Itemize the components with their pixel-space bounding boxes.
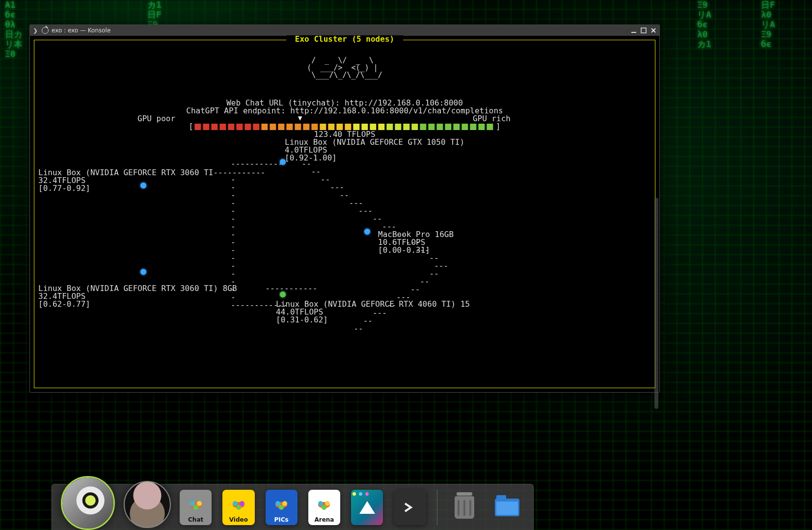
dock-item-label: PICs [274, 516, 289, 523]
svg-point-6 [193, 505, 198, 510]
topology-ring: ----------- -- -- - -- - --- - -- - --- … [133, 160, 407, 327]
window-title: exo : exo — Konsole [52, 27, 110, 34]
svg-point-15 [322, 505, 326, 510]
gpu-scale-marker-icon: ▼ [298, 114, 302, 122]
dock-item-label: Arena [314, 516, 334, 523]
matrix-glyph-column: 日F Ξ9 リA бє λ0 カ1 [697, 0, 711, 49]
gpu-scale-labels: GPU poor GPU rich [137, 115, 511, 123]
svg-point-11 [282, 501, 287, 506]
dock-avatar-user[interactable] [124, 481, 171, 528]
svg-point-9 [236, 505, 241, 510]
dock-item-label: Chat [188, 516, 203, 523]
node-dot-active [280, 292, 286, 297]
prompt-icon [400, 498, 420, 517]
svg-rect-0 [631, 32, 636, 33]
cluster-frame-title: Exo Cluster (5 nodes) [286, 35, 403, 43]
node-dot [140, 183, 146, 188]
dock-item-chat[interactable]: Chat [180, 490, 212, 525]
dock-item-files[interactable] [491, 490, 523, 525]
api-endpoint: ChatGPT API endpoint: http://192.168.0.1… [186, 107, 503, 115]
svg-point-4 [190, 501, 195, 506]
matrix-glyph-column: カ1 日F λ0 リA Ξ9 бє [761, 0, 775, 49]
exo-ascii-logo: / _ \/ _ \ ( ___/> <(_) | \___/\_/\_/\__… [307, 57, 382, 79]
titlebar-menu-arrow-icon[interactable]: ❯ [32, 27, 39, 34]
dock-item-label: Video [229, 516, 248, 523]
dock-item-video[interactable]: Video [222, 490, 254, 525]
dock-avatar-robot[interactable] [61, 476, 115, 530]
brain-icon [185, 497, 207, 513]
svg-point-10 [275, 501, 280, 506]
dock-item-pics[interactable]: PICs [266, 490, 298, 525]
gpu-poor-label: GPU poor [137, 115, 175, 123]
matrix-glyph-column: ﾊﾐ A1 бє θλ 日カ リ本 Ξ0 [5, 0, 23, 59]
svg-point-8 [240, 501, 244, 506]
brain-icon [271, 497, 292, 513]
node-dot [140, 269, 146, 275]
dock-item-terminal[interactable] [394, 490, 426, 525]
node-dot [364, 229, 370, 235]
svg-point-13 [318, 501, 323, 506]
triangle-icon [359, 501, 375, 514]
cluster-frame: Exo Cluster (5 nodes) / _ \/ _ \ ( ___/>… [34, 40, 655, 388]
folder-icon [495, 499, 519, 516]
node-gtx1050ti: Linux Box (NVIDIA GEFORCE GTX 1050 TI) 4… [285, 138, 464, 162]
window-maximize-button[interactable] [640, 27, 648, 34]
dock-item-launcher[interactable] [351, 490, 383, 525]
svg-rect-1 [641, 28, 646, 33]
window-minimize-button[interactable] [630, 27, 638, 34]
trash-icon [455, 496, 474, 519]
terminal-body[interactable]: Exo Cluster (5 nodes) / _ \/ _ \ ( ___/>… [30, 36, 659, 392]
svg-point-7 [233, 501, 238, 506]
gpu-rich-label: GPU rich [473, 115, 511, 123]
svg-point-14 [325, 501, 330, 506]
konsole-app-icon [42, 27, 49, 34]
dock-item-arena[interactable]: Arena [308, 490, 340, 525]
dock-item-trash[interactable] [449, 490, 481, 525]
terminal-scrollbar[interactable] [654, 198, 658, 409]
brain-icon [313, 497, 335, 513]
window-close-button[interactable] [650, 27, 657, 34]
svg-point-5 [197, 501, 202, 506]
brain-icon [228, 497, 249, 513]
dock-separator [437, 490, 438, 525]
node-dot [280, 159, 286, 165]
konsole-window: ❯ exo : exo — Konsole Exo Cluster (5 nod… [29, 25, 660, 393]
svg-point-12 [279, 505, 284, 510]
